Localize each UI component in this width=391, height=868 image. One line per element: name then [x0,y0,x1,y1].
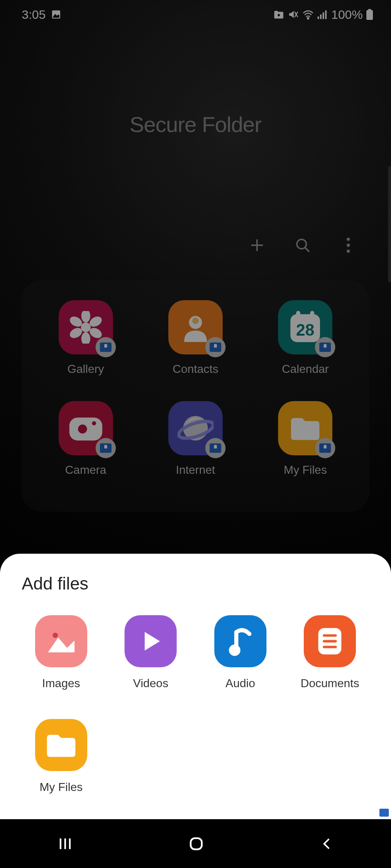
svg-rect-46 [191,838,202,849]
recents-button[interactable] [57,836,73,852]
svg-point-37 [52,633,58,638]
secure-folder-corner-icon [379,809,389,817]
play-icon [125,615,177,667]
doc-icon [304,615,356,667]
add-files-option-audio[interactable]: Audio [201,615,280,690]
sheet-option-label: Audio [226,677,255,690]
back-button[interactable] [319,836,334,852]
folder-icon [35,719,87,771]
svg-point-38 [229,644,240,656]
add-files-sheet: Add files ImagesVideosAudioDocumentsMy F… [0,554,391,819]
add-files-option-my-files[interactable]: My Files [22,719,101,794]
add-files-option-images[interactable]: Images [22,615,101,690]
sheet-option-label: Images [42,677,80,690]
add-files-option-videos[interactable]: Videos [112,615,190,690]
note-icon [214,615,266,667]
navigation-bar [0,819,391,868]
screen: 3:05 100% Secure Folder [0,0,391,868]
sheet-option-label: Documents [300,677,359,690]
image-icon [35,615,87,667]
sheet-option-label: Videos [133,677,168,690]
home-button[interactable] [188,835,205,852]
sheet-title: Add files [22,574,369,593]
add-files-option-documents[interactable]: Documents [291,615,370,690]
sheet-option-label: My Files [39,780,83,794]
